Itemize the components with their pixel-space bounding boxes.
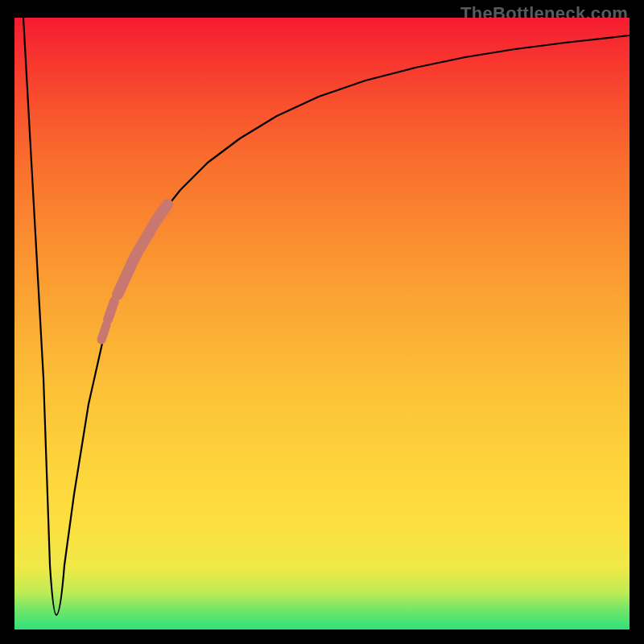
highlight-markers <box>101 204 167 340</box>
bottleneck-curve <box>23 18 630 615</box>
plot-area <box>14 18 630 630</box>
chart-frame: TheBottleneck.com <box>0 0 644 644</box>
chart-svg <box>14 18 630 630</box>
